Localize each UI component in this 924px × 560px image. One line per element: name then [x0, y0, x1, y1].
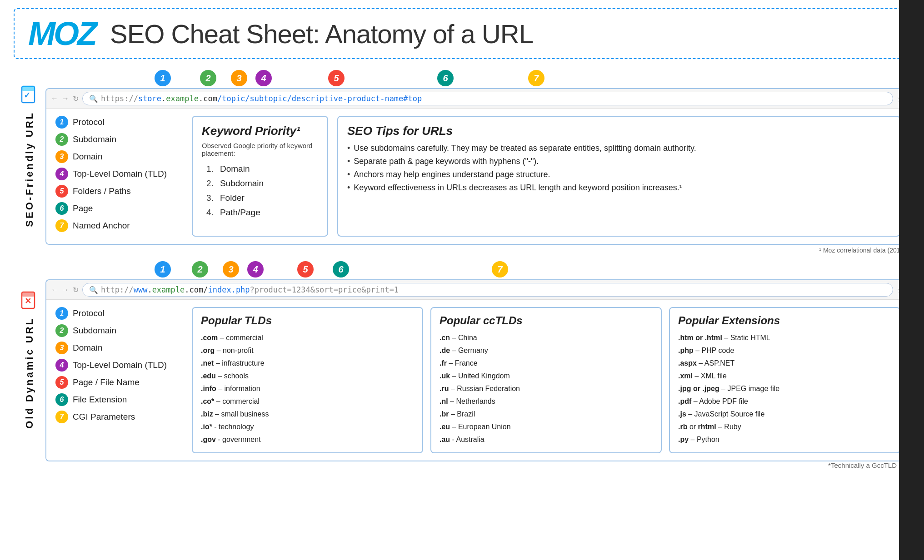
url-part-7: 7 Named Anchor — [55, 219, 183, 232]
old-part-label-6: File Extension — [73, 395, 127, 405]
cctld-item-8: .eu – European Union — [440, 421, 653, 433]
seo-content: 1 2 3 4 5 6 7 ← → ↻ 🔍 https://store.exam — [45, 67, 910, 245]
popular-extensions-title: Popular Extensions — [678, 314, 891, 327]
old-part-circle-4: 4 — [55, 359, 68, 372]
old-url-part-4: 4 Top-Level Domain (TLD) — [55, 359, 183, 372]
cctld-item-3: .fr – France — [440, 357, 653, 370]
bottom-boxes: Popular TLDs .com – commercial .org – no… — [192, 307, 900, 453]
part-circle-2: 2 — [55, 133, 68, 146]
address-bar-old[interactable]: 🔍 http://www.example.com/index.php?produ… — [82, 283, 893, 297]
keyword-priority-title: Keyword Priority¹ — [202, 124, 318, 138]
svg-text:✓: ✓ — [24, 91, 30, 100]
tld-item-7: .biz – small business — [201, 408, 414, 421]
part-label-6: Page — [73, 203, 93, 213]
old-part-label-5: Page / File Name — [73, 377, 140, 387]
old-circles-row: 1 2 3 4 5 6 7 — [45, 258, 910, 279]
url-part-1: 1 Protocol — [55, 116, 183, 129]
address-bar-seo[interactable]: 🔍 https://store.example.com/topic/subtop… — [82, 92, 893, 105]
cctld-item-5: .ru – Russian Federation — [440, 382, 653, 395]
ext-item-7: .js – JavaScript Source file — [678, 408, 891, 421]
old-back-button[interactable]: ← — [51, 286, 58, 294]
cctld-item-1: .cn – China — [440, 332, 653, 344]
old-browser: ← → ↻ 🔍 http://www.example.com/index.php… — [45, 279, 910, 461]
ext-item-5: .jpg or .jpeg – JPEG image file — [678, 382, 891, 395]
tld-item-1: .com – commercial — [201, 332, 414, 344]
old-part-circle-2: 2 — [55, 324, 68, 337]
old-circle-4: 4 — [247, 261, 264, 278]
seo-tips-box: SEO Tips for URLs Use subdomains careful… — [337, 116, 900, 237]
seo-tips-title: SEO Tips for URLs — [347, 124, 890, 138]
tld-item-4: .edu – schools — [201, 370, 414, 382]
kp-item-1: Domain — [206, 162, 318, 176]
old-icon: ✕ — [20, 291, 39, 314]
old-part-circle-3: 3 — [55, 342, 68, 354]
url-part-2: 2 Subdomain — [55, 133, 183, 146]
circle-1: 1 — [155, 70, 171, 86]
refresh-button[interactable]: ↻ — [73, 94, 79, 103]
search-icon: 🔍 — [89, 94, 98, 103]
seo-tip-1: Use subdomains carefully. They may be tr… — [347, 142, 890, 155]
cctld-item-7: .br – Brazil — [440, 408, 653, 421]
cctld-item-4: .uk – United Kingdom — [440, 370, 653, 382]
tld-item-9: .gov - government — [201, 433, 414, 446]
old-dynamic-section: ✕ Old Dynamic URL 1 2 3 4 5 6 7 ← → — [14, 258, 910, 461]
ext-item-3: .aspx – ASP.NET — [678, 357, 891, 370]
browser-toolbar-old: ← → ↻ 🔍 http://www.example.com/index.php… — [46, 280, 909, 300]
page-title: SEO Cheat Sheet: Anatomy of a URL — [110, 19, 533, 49]
back-button[interactable]: ← — [51, 94, 58, 103]
tld-item-3: .net – infrastructure — [201, 357, 414, 370]
old-circle-3: 3 — [223, 261, 239, 278]
seo-tip-3: Anchors may help engines understand page… — [347, 168, 890, 181]
tld-item-2: .org – non-profit — [201, 344, 414, 357]
old-url-part-5: 5 Page / File Name — [55, 376, 183, 389]
old-part-circle-7: 7 — [55, 411, 68, 423]
circle-4: 4 — [255, 70, 272, 86]
bottom-note: *Technically a GccTLD — [14, 461, 910, 473]
svg-rect-1 — [22, 86, 35, 91]
right-decorative-bar — [899, 0, 924, 560]
popular-cctlds-box: Popular ccTLDs .cn – China .de – Germany… — [430, 307, 662, 453]
old-forward-button[interactable]: → — [62, 286, 69, 294]
part-label-3: Domain — [73, 152, 102, 162]
kp-item-3: Folder — [206, 191, 318, 205]
tld-item-5: .info – information — [201, 382, 414, 395]
keyword-priority-box: Keyword Priority¹ Observed Google priori… — [192, 116, 328, 237]
circle-5: 5 — [328, 70, 345, 86]
part-circle-4: 4 — [55, 168, 68, 180]
seo-icon: ✓ — [20, 85, 39, 109]
old-circle-6: 6 — [333, 261, 349, 278]
seo-tip-2: Separate path & page keywords with hyphe… — [347, 155, 890, 168]
part-circle-3: 3 — [55, 150, 68, 163]
part-circle-5: 5 — [55, 185, 68, 198]
url-part-3: 3 Domain — [55, 150, 183, 163]
url-part-6: 6 Page — [55, 202, 183, 215]
old-part-circle-6: 6 — [55, 393, 68, 406]
forward-button[interactable]: → — [62, 94, 69, 103]
part-label-1: Protocol — [73, 117, 105, 127]
circle-6: 6 — [437, 70, 454, 86]
seo-friendly-section: ✓ SEO-Friendly URL 1 2 3 4 5 6 7 ← → — [14, 67, 910, 245]
cctld-item-6: .nl – Netherlands — [440, 395, 653, 408]
part-circle-6: 6 — [55, 202, 68, 215]
circle-3: 3 — [231, 70, 247, 86]
seo-browser: ← → ↻ 🔍 https://store.example.com/topic/… — [45, 88, 910, 245]
ext-item-8: .rb or rhtml – Ruby — [678, 421, 891, 433]
seo-tip-4: Keyword effectiveness in URLs decreases … — [347, 181, 890, 194]
part-label-7: Named Anchor — [73, 221, 130, 231]
old-part-label-4: Top-Level Domain (TLD) — [73, 360, 167, 370]
kp-item-2: Subdomain — [206, 176, 318, 191]
old-vertical-label-container: ✕ Old Dynamic URL — [14, 258, 45, 461]
old-url-part-2: 2 Subdomain — [55, 324, 183, 337]
old-parts-list: 1 Protocol 2 Subdomain 3 Domain 4 — [55, 307, 183, 453]
seo-tips-list: Use subdomains carefully. They may be tr… — [347, 142, 890, 194]
url-part-5: 5 Folders / Paths — [55, 185, 183, 198]
popular-extensions-box: Popular Extensions .htm or .html – Stati… — [669, 307, 900, 453]
tld-item-6: .co* – commercial — [201, 395, 414, 408]
old-url-part-7: 7 CGI Parameters — [55, 411, 183, 423]
old-part-label-7: CGI Parameters — [73, 412, 135, 422]
ext-item-6: .pdf – Adobe PDF file — [678, 395, 891, 408]
url-display-seo: https://store.example.com/topic/subtopic… — [101, 94, 422, 103]
old-refresh-button[interactable]: ↻ — [73, 286, 79, 294]
ext-item-9: .py – Python — [678, 433, 891, 446]
browser-content-old: 1 Protocol 2 Subdomain 3 Domain 4 — [46, 300, 909, 461]
